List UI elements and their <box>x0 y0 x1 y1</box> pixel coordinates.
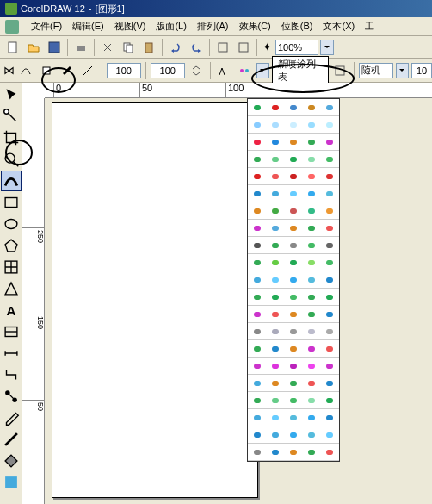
zoom-dropdown[interactable] <box>320 40 334 55</box>
spray-pattern-row[interactable] <box>248 375 339 392</box>
import-button[interactable] <box>213 38 232 57</box>
page[interactable] <box>52 102 258 498</box>
spray-pattern-row[interactable] <box>248 116 339 134</box>
property-bar: ⋈ 新喷涂列表 <box>0 59 432 83</box>
fill-tool[interactable] <box>1 451 22 471</box>
spray-pattern-row[interactable] <box>248 151 339 168</box>
spray-pattern-row[interactable] <box>248 202 339 220</box>
basic-shapes-tool[interactable] <box>1 278 22 299</box>
text-tool[interactable]: A <box>1 300 22 320</box>
svg-point-15 <box>5 220 17 229</box>
save-button[interactable] <box>45 38 64 57</box>
canvas[interactable] <box>45 98 432 504</box>
spray-pattern-row[interactable] <box>248 271 339 289</box>
freehand-mode[interactable] <box>17 61 35 80</box>
spray-pattern-row[interactable] <box>248 323 339 340</box>
svg-point-9 <box>240 69 244 72</box>
spray-pattern-row[interactable] <box>248 99 339 116</box>
print-button[interactable] <box>71 38 90 57</box>
ruler-tick: 50 <box>139 83 152 98</box>
spray-pattern-row[interactable] <box>248 340 339 358</box>
menu-layout[interactable]: 版面(L) <box>151 20 191 33</box>
new-button[interactable] <box>3 38 22 57</box>
spray-pattern-row[interactable] <box>248 254 339 271</box>
svg-rect-21 <box>5 476 17 488</box>
spray-pattern-row[interactable] <box>248 306 339 323</box>
ellipse-tool[interactable] <box>1 214 22 234</box>
dimension-tool[interactable] <box>1 343 22 364</box>
svg-rect-14 <box>5 198 17 208</box>
undo-button[interactable] <box>166 38 185 57</box>
app-name: CorelDRAW 12 <box>21 0 85 17</box>
svg-rect-1 <box>49 42 59 53</box>
menu-arrange[interactable]: 排列(A) <box>192 20 234 33</box>
rectangle-tool[interactable] <box>1 192 22 213</box>
graph-paper-tool[interactable] <box>1 257 22 277</box>
table-tool[interactable] <box>1 321 22 342</box>
menu-edit[interactable]: 编辑(E) <box>67 20 109 33</box>
doc-name: [图形1] <box>95 0 124 17</box>
zoom-input[interactable] <box>275 40 318 55</box>
spray-pattern-row[interactable] <box>248 289 339 306</box>
artistic-media-tool[interactable] <box>1 171 22 191</box>
ruler-tick: 0 <box>53 83 61 98</box>
title-bar: CorelDRAW 12 - [图形1] <box>0 0 432 17</box>
crop-tool[interactable] <box>1 128 22 148</box>
menu-file[interactable]: 文件(F) <box>26 20 67 33</box>
menu-text[interactable]: 文本(X) <box>318 20 360 33</box>
redo-button[interactable] <box>187 38 206 57</box>
spray-pattern-row[interactable] <box>248 409 339 426</box>
svg-point-10 <box>245 69 249 72</box>
calligraphy-mode[interactable] <box>59 61 77 80</box>
eyedropper-tool[interactable] <box>1 408 22 428</box>
connector-tool[interactable] <box>1 364 22 385</box>
order-dropdown[interactable] <box>396 63 409 78</box>
shape-tool[interactable] <box>1 106 22 127</box>
spray-pattern-row[interactable] <box>248 444 339 461</box>
pick-tool[interactable] <box>1 84 22 105</box>
copy-button[interactable] <box>119 38 138 57</box>
sprayer-mode[interactable] <box>38 61 56 80</box>
spraylist-button[interactable] <box>236 61 254 80</box>
ruler-horizontal: 0 50 100 <box>45 83 432 98</box>
spray-pattern-row[interactable] <box>248 392 339 409</box>
spraylist-edit[interactable] <box>331 61 349 80</box>
order-select[interactable] <box>359 63 393 78</box>
spraylist-dropdown[interactable] <box>256 63 269 78</box>
count-input[interactable] <box>411 63 432 78</box>
spinner-icon[interactable] <box>188 61 206 80</box>
interactive-fill-tool[interactable] <box>1 472 22 493</box>
interactive-tool[interactable] <box>1 386 22 407</box>
outline-tool[interactable] <box>1 429 22 450</box>
spray-pattern-row[interactable] <box>248 358 339 375</box>
size-input-1[interactable] <box>107 63 141 78</box>
toolbox: A <box>0 83 22 504</box>
standard-toolbar: ✦ <box>0 36 432 59</box>
brush-edit-button[interactable] <box>215 61 233 80</box>
bow-icon: ⋈ <box>3 64 15 77</box>
spray-pattern-row[interactable] <box>248 426 339 444</box>
workspace: A 0 50 100 50 150 250 <box>0 83 432 504</box>
cut-button[interactable] <box>98 38 117 57</box>
canvas-area: 0 50 100 50 150 250 <box>22 83 432 504</box>
menu-view[interactable]: 视图(V) <box>109 20 151 33</box>
menu-tools[interactable]: 工 <box>360 20 380 33</box>
menu-effects[interactable]: 效果(C) <box>234 20 276 33</box>
spraylist-label: 新喷涂列表 <box>272 56 329 85</box>
menu-bitmap[interactable]: 位图(B) <box>276 20 318 33</box>
export-button[interactable] <box>234 38 253 57</box>
spray-pattern-row[interactable] <box>248 168 339 185</box>
paste-button[interactable] <box>139 38 158 57</box>
size-input-2[interactable] <box>151 63 185 78</box>
spray-pattern-row[interactable] <box>248 185 339 202</box>
open-button[interactable] <box>24 38 43 57</box>
sprayer-list-panel[interactable] <box>247 98 340 462</box>
spray-pattern-row[interactable] <box>248 134 339 151</box>
spray-pattern-row[interactable] <box>248 237 339 254</box>
polygon-tool[interactable] <box>1 235 22 256</box>
svg-point-12 <box>3 109 9 115</box>
pressure-mode[interactable] <box>79 61 97 80</box>
spray-pattern-row[interactable] <box>248 220 339 237</box>
zoom-tool[interactable] <box>1 149 22 170</box>
svg-text:A: A <box>6 303 15 318</box>
